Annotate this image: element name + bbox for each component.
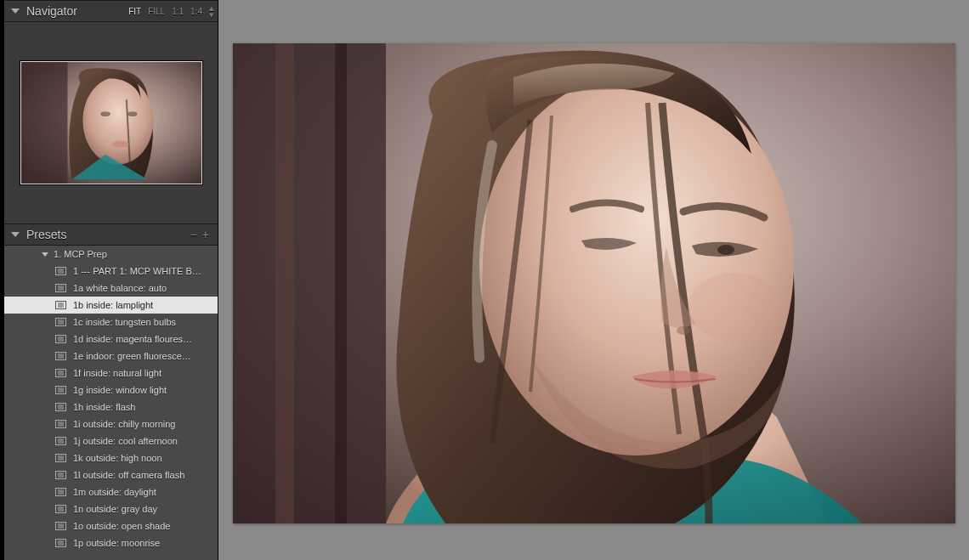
preset-item[interactable]: 1p outside: moonrise <box>4 535 218 552</box>
preset-icon <box>55 437 66 445</box>
preset-item-label: 1n outside: gray day <box>73 504 157 514</box>
preset-item[interactable]: 1a white balance: auto <box>4 280 218 297</box>
preset-item-label: 1g inside: window light <box>73 385 167 395</box>
preset-icon <box>55 301 66 309</box>
chevron-down-icon <box>42 252 48 257</box>
preset-item-label: 1 --- PART 1: MCP WHITE B… <box>73 266 201 276</box>
preset-icon <box>55 284 66 292</box>
preset-item[interactable]: 1f inside: natural light <box>4 365 218 382</box>
presets-panel-body: 1. MCP Prep 1 --- PART 1: MCP WHITE B…1a… <box>4 246 218 560</box>
preset-item[interactable]: 1h inside: flash <box>4 399 218 416</box>
presets-panel-header[interactable]: Presets − + <box>4 223 218 246</box>
preset-item[interactable]: 1l outside: off camera flash <box>4 467 218 484</box>
preset-item[interactable]: 1m outside: daylight <box>4 484 218 501</box>
chevron-down-icon <box>11 232 20 237</box>
preset-folder-label: 1. MCP Prep <box>54 249 107 259</box>
preset-icon <box>55 539 66 547</box>
svg-rect-76 <box>275 43 294 523</box>
preset-list: 1 --- PART 1: MCP WHITE B…1a white balan… <box>4 263 218 552</box>
preset-item-label: 1m outside: daylight <box>73 487 156 497</box>
preset-folder[interactable]: 1. MCP Prep <box>4 246 218 263</box>
preset-item-label: 1j outside: cool afternoon <box>73 436 178 446</box>
preset-icon <box>55 454 66 462</box>
preset-icon <box>55 318 66 326</box>
remove-preset-button[interactable]: − <box>187 228 201 241</box>
presets-title: Presets <box>26 228 187 241</box>
preset-item[interactable]: 1c inside: tungsten bulbs <box>4 314 218 331</box>
preset-item[interactable]: 1n outside: gray day <box>4 501 218 518</box>
zoom-1-4[interactable]: 1:4 <box>190 7 202 16</box>
svg-point-80 <box>677 326 690 335</box>
preset-item-label: 1d inside: magenta floures… <box>73 334 192 344</box>
navigator-panel-header[interactable]: Navigator FIT FILL 1:1 1:4 ▴▾ <box>4 0 218 22</box>
svg-point-79 <box>717 245 734 255</box>
preset-icon <box>55 386 66 394</box>
preset-item-label: 1l outside: off camera flash <box>73 470 184 480</box>
preset-icon <box>55 488 66 496</box>
svg-point-3 <box>100 111 110 116</box>
svg-rect-77 <box>335 43 347 523</box>
navigator-title: Navigator <box>26 4 128 18</box>
preset-icon <box>55 420 66 428</box>
svg-point-81 <box>688 273 781 341</box>
preset-item-label: 1i outside: chilly morning <box>73 419 175 429</box>
svg-point-2 <box>82 77 153 165</box>
preset-item-label: 1f inside: natural light <box>73 368 162 378</box>
preset-item[interactable]: 1j outside: cool afternoon <box>4 433 218 450</box>
svg-point-5 <box>111 141 128 148</box>
preset-icon <box>55 267 66 275</box>
chevron-down-icon <box>11 8 20 14</box>
zoom-stepper-icon[interactable]: ▴▾ <box>209 4 211 18</box>
zoom-fill[interactable]: FILL <box>148 7 165 16</box>
preset-item[interactable]: 1d inside: magenta floures… <box>4 331 218 348</box>
preset-icon <box>55 505 66 513</box>
preset-item[interactable]: 1g inside: window light <box>4 382 218 399</box>
preset-item-label: 1c inside: tungsten bulbs <box>73 317 176 327</box>
preset-item-label: 1p outside: moonrise <box>73 538 160 548</box>
left-sidebar: Navigator FIT FILL 1:1 1:4 ▴▾ <box>0 0 218 560</box>
preset-item-label: 1h inside: flash <box>73 402 135 412</box>
navigator-thumbnail[interactable] <box>20 61 202 184</box>
navigator-zoom-controls: FIT FILL 1:1 1:4 ▴▾ <box>128 4 211 18</box>
svg-rect-75 <box>233 43 386 523</box>
preset-item-label: 1k outside: high noon <box>73 453 162 463</box>
preset-icon <box>55 522 66 530</box>
preset-item[interactable]: 1e indoor: green fluoresce… <box>4 348 218 365</box>
navigator-panel-body <box>4 22 218 223</box>
preset-item-label: 1o outside: open shade <box>73 521 170 531</box>
preset-icon <box>55 352 66 360</box>
zoom-fit[interactable]: FIT <box>128 7 141 16</box>
preset-icon <box>55 335 66 343</box>
preset-item[interactable]: 1k outside: high noon <box>4 450 218 467</box>
add-preset-button[interactable]: + <box>201 228 211 241</box>
zoom-1-1[interactable]: 1:1 <box>172 7 184 16</box>
preset-item[interactable]: 1b inside: lamplight <box>4 297 218 314</box>
preset-item[interactable]: 1 --- PART 1: MCP WHITE B… <box>4 263 218 280</box>
preset-icon <box>55 471 66 479</box>
preset-item-label: 1e indoor: green fluoresce… <box>73 351 191 361</box>
preset-icon <box>55 403 66 411</box>
preset-item[interactable]: 1o outside: open shade <box>4 518 218 535</box>
preset-item-label: 1b inside: lamplight <box>73 300 153 310</box>
svg-point-4 <box>127 111 137 116</box>
main-image-preview[interactable] <box>233 43 955 523</box>
image-canvas-area <box>218 0 969 560</box>
preset-item-label: 1a white balance: auto <box>73 283 167 293</box>
preset-item[interactable]: 1i outside: chilly morning <box>4 416 218 433</box>
svg-rect-1 <box>21 62 67 184</box>
preset-icon <box>55 369 66 377</box>
